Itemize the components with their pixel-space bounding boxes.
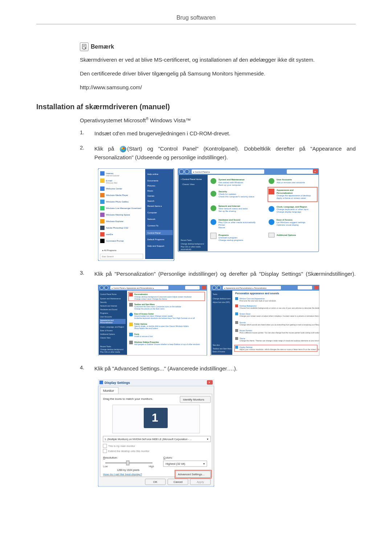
svg-text:Fine tune the color and style : Fine tune the color and style of your wi… [240,300,276,302]
svg-text:Clock, Language, and Region: Clock, Language, and Region [277,206,307,208]
svg-point-91 [269,219,274,225]
note-header: Bemærk [80,42,356,51]
svg-text:Security: Security [219,190,227,193]
svg-text:Monitor: Monitor [103,389,114,393]
svg-text:Change display language: Change display language [277,211,301,213]
svg-text:Command Prompt: Command Prompt [106,240,124,242]
svg-rect-127 [129,293,133,296]
screenshot-personalization: ▸ Control Panel ▸ Appearance and Persona… [98,285,356,356]
svg-text:Change keyboards or other inpu: Change keyboards or other input [277,208,309,210]
svg-text:Adobe Photoshop CS2: Adobe Photoshop CS2 [106,227,128,229]
svg-rect-166 [235,297,238,300]
svg-text:osetDa: osetDa [106,233,113,235]
svg-text:Recent Tasks: Recent Tasks [181,239,192,241]
svg-text:Apply a theme or screen saver: Apply a theme or screen saver [277,197,306,199]
svg-rect-21 [100,226,105,230]
step-number: 2. [80,144,87,162]
svg-text:▸ Control Panel ▸ Appearance a: ▸ Control Panel ▸ Appearance and Persona… [112,287,154,289]
note-label: Bemærk [91,44,114,50]
step-text: Indsæt cd'en med brugervejledningen i CD… [94,129,356,138]
svg-text:Windows Explorer: Windows Explorer [106,220,123,222]
svg-rect-178 [235,329,238,332]
svg-text:How do I get the best display?: How do I get the best display? [103,473,142,476]
note-text-2: Den certificerede driver bliver tilgænge… [80,69,356,78]
svg-text:OK: OK [153,480,158,484]
svg-text:Printer: Printer [219,224,225,226]
svg-rect-207 [103,449,107,453]
svg-text:Apply: Apply [197,480,204,484]
svg-rect-157 [314,286,319,289]
svg-text:olors:: olors: [166,456,173,459]
svg-rect-25 [100,239,105,243]
svg-text:Check for updates: Check for updates [219,193,236,195]
svg-rect-147 [129,341,133,344]
svg-rect-11 [100,193,105,197]
os-text: Operativsystemet Microsoft® Windows Vist… [80,117,356,123]
svg-text:Additional Options: Additional Options [100,333,115,335]
svg-text:Play CDs or other media: Play CDs or other media [100,351,120,353]
svg-text:Adjust font size (DPI): Adjust font size (DPI) [213,301,230,303]
svg-text:Play CDs or other media: Play CDs or other media [181,246,201,248]
svg-text:Additional Options: Additional Options [277,234,296,236]
svg-text:Windows Photo Gallery: Windows Photo Gallery [106,201,128,203]
svg-text:Highest (32 bit): Highest (32 bit) [166,462,185,465]
svg-text:Choose from available backgrou: Choose from available backgrounds or col… [240,307,319,309]
svg-text:Clock, Language, and Region: Clock, Language, and Region [100,326,124,328]
step-2: 2. Klik på (Start) og "Control Panel" (K… [80,144,356,162]
svg-text:1: 1 [152,411,158,424]
svg-point-78 [269,178,274,184]
svg-text:Ease of Access: Ease of Access [100,329,113,332]
svg-rect-184 [235,346,238,349]
section-heading: Installation af skærmdriveren (manuel) [36,103,356,111]
svg-point-57 [211,178,216,184]
svg-text:Help online: Help online [147,173,159,175]
svg-text:Change the theme. Themes can c: Change the theme. Themes can change a wi… [240,340,319,342]
svg-point-61 [211,191,216,197]
svg-text:Mouse: Mouse [219,226,225,229]
step-text-after: (Start) og "Control Panel" (Kontrolpanel… [94,145,356,160]
svg-text:Search: Search [147,200,154,202]
svg-text:This is my main monitor: This is my main monitor [108,445,135,448]
svg-text:Recent Tasks: Recent Tasks [100,345,111,348]
svg-rect-144 [129,333,133,336]
svg-text:Classic View: Classic View [182,183,195,185]
svg-text:×: × [208,381,210,384]
svg-text:Personalization: Personalization [100,321,113,324]
registered-mark: ® [146,117,148,121]
svg-text:Network: Network [147,218,156,220]
screenshot-start-control-panel: InternetInternet Explorer E-mailWindows … [98,168,356,261]
screenshot-display-settings: Display Settings × Monitor Drag the icon… [98,379,356,487]
svg-text:Show hidden files and folders: Show hidden files and folders [134,327,158,329]
svg-point-69 [211,219,216,225]
svg-text:Low: Low [103,465,108,468]
svg-text:Set up file sharing: Set up file sharing [219,210,236,212]
step-3: 3. Klik på "Personalization" (Personlige… [80,270,356,278]
svg-text:1. (Multiple Monitors) on NVID: 1. (Multiple Monitors) on NVIDIA GeForce… [105,438,192,441]
step-text: Klik på "Advanced Settings..." (Avancere… [94,364,356,373]
step-text: Klik på (Start) og "Control Panel" (Kont… [94,144,356,162]
svg-text:Help and Support: Help and Support [147,245,164,247]
svg-text:Change desktop icons: Change desktop icons [213,297,231,300]
svg-text:Programs: Programs [219,234,229,236]
svg-text:Recent Items   ▸: Recent Items ▸ [147,205,162,207]
svg-rect-81 [269,189,274,194]
start-orb-icon [120,146,126,152]
svg-text:Advanced Settings...: Advanced Settings... [178,473,204,476]
svg-text:• Control Panel Home: • Control Panel Home [181,178,202,180]
svg-text:Control Panel Home: Control Panel Home [100,293,117,295]
svg-text:Default Programs: Default Programs [147,238,164,241]
svg-rect-95 [269,233,274,237]
note-section: Bemærk Skærmdriveren er ved at blive MS-… [80,42,356,92]
svg-text:Tasks: Tasks [213,293,217,295]
svg-rect-172 [235,312,238,315]
svg-text:Let Windows suggest settings: Let Windows suggest settings [277,221,305,223]
svg-text:Change your screen saver or ad: Change your screen saver or adjust when … [240,315,319,317]
svg-text:Windows Live Messenger Downloa: Windows Live Messenger Download [106,207,141,209]
svg-text:High: High [149,465,154,468]
step-text-before: Klik på [94,145,119,152]
svg-rect-107 [185,286,200,290]
svg-text:Personalization: Personalization [277,192,293,194]
svg-text:automatically: automatically [181,248,192,250]
step-4: 4. Klik på "Advanced Settings..." (Avanc… [80,364,356,373]
svg-text:Internet Explorer: Internet Explorer [106,175,119,177]
